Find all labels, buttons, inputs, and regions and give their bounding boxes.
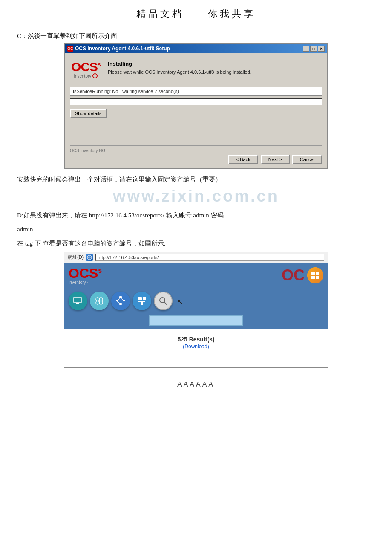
svg-point-10	[96, 301, 99, 304]
installing-title: Installing	[108, 61, 251, 67]
icon-download[interactable]	[133, 292, 151, 310]
dialog-body: OCSs inventory Installing Please wait wh…	[65, 53, 327, 168]
result-count: 525 Result(s)	[64, 336, 328, 343]
browser-addr-icon	[86, 254, 93, 261]
svg-rect-20	[143, 297, 146, 300]
svg-rect-2	[316, 272, 319, 275]
browser-orange-icon	[307, 267, 323, 283]
browser-right-logos: OC	[282, 267, 323, 283]
titlebar-app-icon: OC	[67, 46, 73, 52]
dialog-footer: OCS Inventory NG < Back Next > Cancel	[70, 145, 322, 164]
dialog-title: OCS Inventory Agent 4.0.6.1-utf8 Setup	[75, 46, 170, 52]
address-bar: 網址(D) http://172.16.4.53/ocsreports/	[64, 252, 328, 263]
browser-screenshot: 網址(D) http://172.16.4.53/ocsreports/ OCS…	[64, 252, 328, 368]
cursor-icon: ↖	[177, 297, 183, 306]
maximize-button[interactable]: □	[310, 46, 317, 52]
addr-label: 網址(D)	[68, 254, 84, 260]
ocs-circle-icon	[92, 73, 98, 78]
svg-rect-7	[75, 304, 80, 304]
icon-computer[interactable]	[69, 292, 87, 310]
dialog-spacer	[70, 118, 322, 144]
svg-point-11	[99, 301, 103, 304]
svg-point-23	[160, 298, 165, 303]
watermark: www.zixin.com.cn	[17, 187, 375, 205]
ocs-logo-text: OCSs	[71, 61, 101, 73]
installing-desc: Please wait while OCS Inventory Agent 4.…	[108, 69, 251, 76]
svg-rect-22	[141, 302, 143, 305]
status-text: IsServiceRunning: No - waiting service 2…	[73, 89, 179, 94]
svg-line-17	[121, 298, 124, 301]
browser-bottom-space	[64, 355, 328, 367]
section-d-line3: 在 tag 下 查看是否有这台电脑的资产编号，如圖所示:	[17, 238, 375, 249]
dialog-top-section: OCSs inventory Installing Please wait wh…	[70, 57, 322, 83]
back-button[interactable]: < Back	[228, 155, 258, 164]
browser-logo-wrapper: OCSs inventory ○	[69, 266, 102, 285]
browser-results: 525 Result(s) (Download)	[64, 329, 328, 355]
titlebar-controls[interactable]: _ □ ×	[303, 46, 325, 52]
minimize-button[interactable]: _	[303, 46, 309, 52]
svg-point-9	[99, 298, 103, 301]
browser-ocs-text: OCSs	[69, 266, 102, 280]
browser-ocs-right-logo: OC	[282, 268, 305, 283]
browser-icons-row: ↖	[64, 288, 328, 310]
icon-network[interactable]	[111, 292, 130, 310]
icon-filter[interactable]	[90, 292, 109, 310]
status-area: IsServiceRunning: No - waiting service 2…	[70, 87, 322, 96]
progress-bar	[70, 98, 322, 105]
svg-rect-1	[311, 272, 315, 275]
browser-ocs-logo: OCSs inventory ○	[69, 266, 102, 285]
page-title: 精品文档 你我共享	[136, 9, 256, 19]
svg-rect-5	[74, 297, 81, 303]
setup-dialog: OC OCS Inventory Agent 4.0.6.1-utf8 Setu…	[64, 43, 328, 169]
browser-header-row: OCSs inventory ○ OC	[64, 263, 328, 288]
svg-line-16	[117, 298, 121, 301]
nav-buttons-row: < Back Next > Cancel	[70, 155, 322, 164]
svg-rect-6	[76, 303, 79, 304]
next-button[interactable]: Next >	[261, 155, 290, 164]
svg-point-8	[96, 298, 99, 301]
ocs-logo: OCSs inventory	[70, 61, 102, 78]
dialog-titlebar: OC OCS Inventory Agent 4.0.6.1-utf8 Setu…	[65, 44, 327, 53]
cancel-button[interactable]: Cancel	[292, 155, 322, 164]
ocs-inventory-label: inventory	[74, 73, 98, 78]
address-input[interactable]: http://172.16.4.53/ocsreports/	[95, 254, 324, 261]
annotation-1: 安装快完的时候会弹出一个对话框，请在这里输入固定资产编号（重要）	[17, 174, 375, 185]
svg-rect-19	[138, 297, 142, 300]
download-link[interactable]: (Download)	[64, 344, 328, 350]
svg-rect-4	[316, 276, 319, 279]
icon-search[interactable]	[154, 292, 173, 310]
footer-label: OCS Inventory NG	[70, 148, 322, 153]
browser-search-area	[64, 310, 328, 329]
page-footer: AAAAAA	[0, 372, 392, 393]
close-button[interactable]: ×	[318, 46, 325, 52]
browser-content: OCSs inventory ○ OC	[64, 263, 328, 367]
show-details-button[interactable]: Show details	[70, 109, 107, 118]
section-d-line1: D:如果没有弹出来，请在 http://172.16.4.53/ocsrepor…	[17, 210, 375, 221]
svg-line-18	[117, 301, 121, 304]
svg-rect-21	[138, 301, 145, 302]
titlebar-left: OC OCS Inventory Agent 4.0.6.1-utf8 Setu…	[67, 46, 170, 52]
section-d-line2: admin	[17, 224, 375, 235]
browser-search-input[interactable]	[149, 315, 243, 326]
svg-line-24	[164, 302, 167, 305]
installing-info: Installing Please wait while OCS Invento…	[108, 61, 251, 76]
section-c-label: C：然後一直單擊到如下圖所示介面:	[17, 32, 375, 40]
svg-rect-3	[311, 276, 315, 279]
svg-rect-12	[119, 296, 122, 298]
page-header: 精品文档 你我共享	[13, 0, 379, 25]
